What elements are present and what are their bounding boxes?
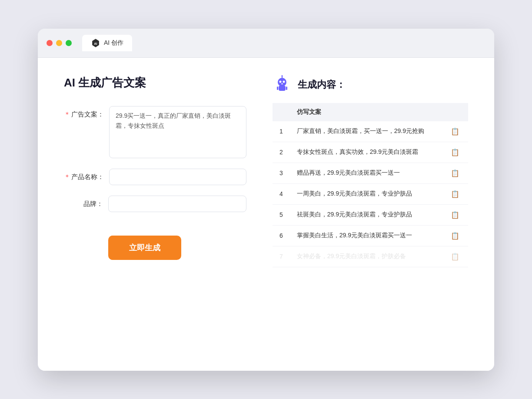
browser-window: AI AI 创作 AI 生成广告文案 ＊广告文案： 29.9买一送一，真正的厂家… [38, 29, 494, 371]
brand-group: 品牌： 好白 [64, 196, 246, 212]
svg-point-4 [279, 80, 282, 83]
svg-point-5 [283, 80, 285, 83]
col-text-header: 仿写文案 [290, 103, 442, 121]
row-text: 祛斑美白，29.9元美白淡斑霜，专业护肤品 [290, 204, 442, 225]
row-text: 专抹女性斑点，真实功效，29.9元美白淡斑霜 [290, 142, 442, 163]
row-number: 2 [273, 142, 290, 163]
generate-button[interactable]: 立即生成 [108, 236, 181, 260]
table-row: 6掌握美白生活，29.9元美白淡斑霜买一送一📋 [273, 225, 468, 246]
product-name-required: ＊ [64, 173, 70, 180]
copy-icon[interactable]: 📋 [449, 209, 461, 220]
svg-point-8 [282, 75, 283, 76]
svg-point-2 [278, 78, 286, 86]
page-title: AI 生成广告文案 [64, 75, 246, 90]
row-copy-action[interactable]: 📋 [442, 225, 468, 246]
table-header-row: 仿写文案 [273, 103, 468, 121]
row-text: 厂家直销，美白淡斑霜，买一送一，29.9元抢购 [290, 121, 442, 142]
row-number: 5 [273, 204, 290, 225]
robot-icon [273, 75, 292, 94]
svg-rect-3 [279, 86, 286, 91]
table-row: 1厂家直销，美白淡斑霜，买一送一，29.9元抢购📋 [273, 121, 468, 142]
browser-titlebar: AI AI 创作 [38, 29, 494, 58]
copy-icon[interactable]: 📋 [449, 230, 461, 241]
product-name-label: ＊产品名称： [64, 169, 104, 181]
product-name-group: ＊产品名称： 美白淡斑霜 [64, 169, 246, 185]
results-table: 仿写文案 1厂家直销，美白淡斑霜，买一送一，29.9元抢购📋2专抹女性斑点，真实… [273, 103, 468, 267]
ad-copy-required: ＊ [64, 110, 70, 118]
col-action-header [442, 103, 468, 121]
row-text: 一周美白，29.9元美白淡斑霜，专业护肤品 [290, 183, 442, 204]
row-copy-action[interactable]: 📋 [442, 246, 468, 267]
row-number: 3 [273, 163, 290, 183]
ad-copy-input[interactable]: 29.9买一送一，真正的厂家直销，美白淡斑霜，专抹女性斑点 [109, 106, 246, 158]
table-row: 5祛斑美白，29.9元美白淡斑霜，专业护肤品📋 [273, 204, 468, 225]
svg-rect-6 [281, 83, 283, 84]
results-title: 生成内容： [298, 78, 346, 91]
row-text: 赠品再送，29.9元美白淡斑霜买一送一 [290, 163, 442, 183]
left-panel: AI 生成广告文案 ＊广告文案： 29.9买一送一，真正的厂家直销，美白淡斑霜，… [64, 75, 246, 353]
brand-label: 品牌： [64, 196, 103, 208]
row-text: 女神必备，29.9元美白淡斑霜，护肤必备 [290, 246, 442, 267]
table-row: 7女神必备，29.9元美白淡斑霜，护肤必备📋 [273, 246, 468, 267]
minimize-button[interactable] [56, 40, 62, 46]
table-row: 2专抹女性斑点，真实功效，29.9元美白淡斑霜📋 [273, 142, 468, 163]
copy-icon[interactable]: 📋 [449, 251, 461, 262]
browser-content: AI 生成广告文案 ＊广告文案： 29.9买一送一，真正的厂家直销，美白淡斑霜，… [38, 58, 494, 371]
row-number: 6 [273, 225, 290, 246]
copy-icon[interactable]: 📋 [449, 126, 461, 137]
svg-rect-10 [286, 86, 287, 90]
tab-label: AI 创作 [104, 39, 123, 47]
product-name-input[interactable]: 美白淡斑霜 [109, 169, 246, 185]
row-number: 4 [273, 183, 290, 204]
ai-creation-tab[interactable]: AI AI 创作 [82, 35, 132, 51]
results-header: 生成内容： [273, 75, 468, 94]
close-button[interactable] [47, 40, 53, 46]
row-copy-action[interactable]: 📋 [442, 183, 468, 204]
brand-input[interactable]: 好白 [108, 196, 246, 212]
maximize-button[interactable] [66, 40, 72, 46]
ad-copy-label: ＊广告文案： [64, 106, 104, 119]
row-number: 7 [273, 246, 290, 267]
right-panel: 生成内容： 仿写文案 1厂家直销，美白淡斑霜，买一送一，29.9元抢购📋2专抹女… [273, 75, 468, 353]
ad-copy-group: ＊广告文案： 29.9买一送一，真正的厂家直销，美白淡斑霜，专抹女性斑点 [64, 106, 246, 158]
ai-tab-icon: AI [91, 38, 100, 48]
svg-rect-9 [277, 86, 278, 90]
svg-text:AI: AI [94, 41, 97, 45]
row-copy-action[interactable]: 📋 [442, 142, 468, 163]
table-row: 3赠品再送，29.9元美白淡斑霜买一送一📋 [273, 163, 468, 183]
traffic-lights [47, 40, 72, 46]
row-copy-action[interactable]: 📋 [442, 204, 468, 225]
copy-icon[interactable]: 📋 [449, 168, 461, 179]
copy-icon[interactable]: 📋 [449, 147, 461, 158]
row-copy-action[interactable]: 📋 [442, 163, 468, 183]
copy-icon[interactable]: 📋 [449, 189, 461, 200]
row-text: 掌握美白生活，29.9元美白淡斑霜买一送一 [290, 225, 442, 246]
table-row: 4一周美白，29.9元美白淡斑霜，专业护肤品📋 [273, 183, 468, 204]
row-number: 1 [273, 121, 290, 142]
row-copy-action[interactable]: 📋 [442, 121, 468, 142]
col-num-header [273, 103, 290, 121]
